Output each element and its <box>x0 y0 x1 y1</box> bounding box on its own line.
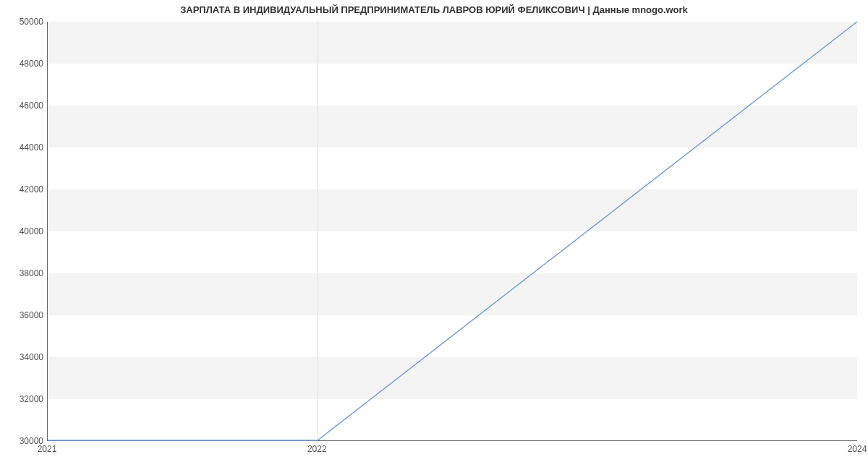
y-tick-label: 50000 <box>4 17 43 27</box>
chart-title: ЗАРПЛАТА В ИНДИВИДУАЛЬНЫЙ ПРЕДПРИНИМАТЕЛ… <box>0 4 868 15</box>
y-tick-label: 42000 <box>4 184 43 195</box>
y-tick-label: 48000 <box>4 59 43 69</box>
series-line <box>48 22 857 440</box>
y-tick-label: 46000 <box>4 101 43 111</box>
chart-container: ЗАРПЛАТА В ИНДИВИДУАЛЬНЫЙ ПРЕДПРИНИМАТЕЛ… <box>0 0 868 470</box>
y-tick-label: 38000 <box>4 268 43 278</box>
y-tick-label: 44000 <box>4 142 43 153</box>
y-tick-label: 32000 <box>4 394 43 404</box>
x-tick-label: 2021 <box>38 444 57 454</box>
x-tick-label: 2024 <box>848 444 867 454</box>
line-series <box>48 22 857 440</box>
plot-area <box>47 22 857 441</box>
y-tick-label: 36000 <box>4 310 43 320</box>
x-tick-label: 2022 <box>307 444 327 454</box>
y-tick-label: 34000 <box>4 352 43 362</box>
y-tick-label: 40000 <box>4 226 43 236</box>
